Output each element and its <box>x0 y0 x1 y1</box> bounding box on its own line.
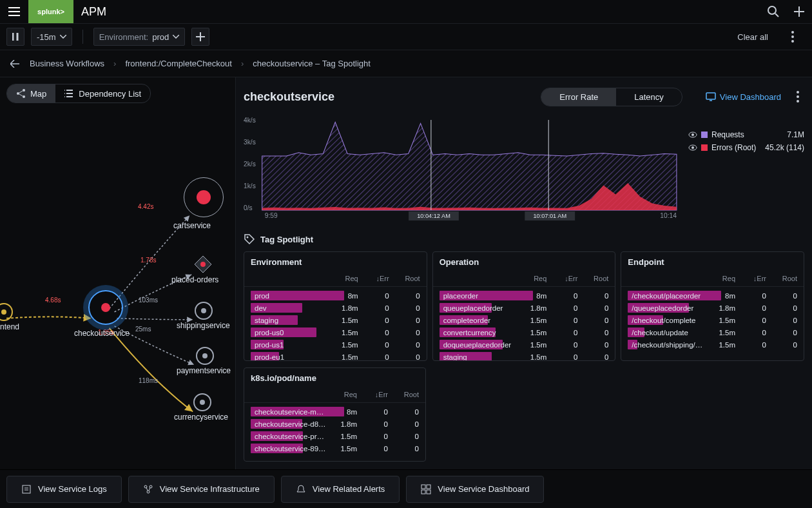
time-range-picker[interactable]: -15m <box>31 28 72 46</box>
svg-point-2 <box>791 35 794 38</box>
node-frontend[interactable]: frontend <box>0 303 13 321</box>
card-environment: Environment Req↓ErrRoot prod 8m 0 0 dev … <box>244 251 427 361</box>
tag-icon <box>244 233 255 245</box>
latency-tab[interactable]: Latency <box>616 88 682 106</box>
edge-latency: 1.78s <box>140 257 156 264</box>
chevron-down-icon <box>60 35 66 39</box>
toolbar-menu-button[interactable] <box>780 25 806 48</box>
view-toggle: Map Dependency List <box>6 84 151 103</box>
svg-rect-41 <box>421 485 425 489</box>
table-row[interactable]: prod-eu1 1.5m 0 0 <box>251 351 420 360</box>
table-row[interactable]: convertcurrency 1.5m 0 0 <box>440 326 609 338</box>
eye-icon <box>688 130 697 139</box>
time-range-value: -15m <box>37 32 56 42</box>
error-rate-tab[interactable]: Error Rate <box>541 88 616 106</box>
view-service-logs-button[interactable]: View Service Logs <box>6 476 122 503</box>
dep-list-label: Dependency List <box>79 89 141 99</box>
card-title: Environment <box>244 252 427 272</box>
view-dashboard-button[interactable]: View Dashboard <box>706 92 781 102</box>
node-currencyservice[interactable]: currencyservice <box>193 393 211 411</box>
map-tab[interactable]: Map <box>7 84 55 103</box>
infra-icon <box>143 484 153 494</box>
table-row[interactable]: dev 1.8m 0 0 <box>251 302 420 314</box>
svg-text:0/s: 0/s <box>244 204 253 211</box>
splunk-logo[interactable]: splunk> <box>28 0 73 23</box>
table-row[interactable]: checkoutservice-d847fd... 1.8m 0 0 <box>251 418 419 430</box>
view-service-dashboard-button[interactable]: View Service Dashboard <box>406 476 544 503</box>
svg-text:3k/s: 3k/s <box>244 139 256 146</box>
table-row[interactable]: completeorder 1.5m 0 0 <box>440 314 609 326</box>
eye-icon <box>688 143 697 152</box>
dependency-list-tab[interactable]: Dependency List <box>55 84 150 103</box>
node-cartservice[interactable]: cartservice <box>184 177 224 217</box>
pause-button[interactable] <box>6 28 24 46</box>
table-row[interactable]: checkoutservice-prtuc2... 1.5m 0 0 <box>251 430 419 442</box>
logs-icon <box>21 484 32 494</box>
toolbar: -15m Environment: prod Clear all <box>0 23 812 50</box>
table-row[interactable]: checkoutservice-89ejss... 1.5m 0 0 <box>251 442 419 454</box>
table-row[interactable]: /checkout/shipping/estimate 1.5m 0 0 <box>628 338 797 351</box>
legend-swatch <box>701 132 708 138</box>
table-row[interactable]: prod-us0 1.5m 0 0 <box>251 326 420 338</box>
table-row[interactable]: /queueplacedorder 1.8m 0 0 <box>628 302 797 314</box>
panel-menu-button[interactable] <box>791 85 804 108</box>
app-title: APM <box>81 5 106 19</box>
svg-text:4k/s: 4k/s <box>244 117 256 124</box>
table-row[interactable]: checkoutservice-mr23jl... 8m 0 0 <box>251 405 419 418</box>
svg-rect-42 <box>427 485 430 489</box>
environment-picker[interactable]: Environment: prod <box>93 28 186 46</box>
node-shippingservice[interactable]: shippingservice <box>195 302 213 320</box>
table-row[interactable]: doqueueplacedorder 1.5m 0 0 <box>440 338 609 351</box>
table-row[interactable]: staging 1.5m 0 0 <box>440 351 609 360</box>
node-checkoutservice[interactable]: checkoutservice <box>88 290 123 325</box>
svg-point-4 <box>17 92 19 95</box>
service-map[interactable]: 4.42s 1.78s 4.68s 103ms 1.85s 25ms 118ms… <box>6 110 229 463</box>
table-row[interactable]: prod 8m 0 0 <box>251 289 420 302</box>
edge-latency: 4.42s <box>138 203 153 210</box>
breadcrumb-item-1[interactable]: frontend:/CompleteCheckout <box>125 59 231 68</box>
chevron-right-icon: › <box>113 59 116 68</box>
plus-icon <box>793 6 805 17</box>
table-row[interactable]: placeorder 8m 0 0 <box>440 289 609 302</box>
view-service-infra-button[interactable]: View Service Infrastructure <box>128 476 275 503</box>
breadcrumb-item-0[interactable]: Business Workflows <box>30 59 104 68</box>
node-placed-orders[interactable]: placed-orders <box>193 255 213 276</box>
svg-point-6 <box>23 95 25 98</box>
clear-all-button[interactable]: Clear all <box>737 32 768 42</box>
svg-point-7 <box>64 90 65 91</box>
env-label: Environment: <box>99 32 149 42</box>
footer: View Service Logs View Service Infrastru… <box>0 469 812 508</box>
legend-requests[interactable]: Requests 7.1M <box>688 130 804 139</box>
table-row[interactable]: queueplacedorder 1.8m 0 0 <box>440 302 609 314</box>
table-row[interactable]: prod-us1 1.5m 0 0 <box>251 338 420 351</box>
env-value: prod <box>152 32 169 42</box>
view-related-alerts-button[interactable]: View Related Alerts <box>281 476 400 503</box>
table-row[interactable]: staging 1.5m 0 0 <box>251 314 420 326</box>
add-filter-button[interactable] <box>191 28 209 46</box>
legend-errors[interactable]: Errors (Root) 45.2k (114) <box>688 143 804 152</box>
table-row[interactable]: /checkout/placeorder 8m 0 0 <box>628 289 797 302</box>
detail-panel: checkoutservice Error Rate Latency View … <box>236 77 812 469</box>
footer-label: View Related Alerts <box>313 484 385 494</box>
kebab-icon <box>797 91 799 103</box>
pause-icon <box>12 33 19 41</box>
table-row[interactable]: /checkout/complete 1.5m 0 0 <box>628 314 797 326</box>
error-rate-chart[interactable]: 4k/s 3k/s 2k/s 1k/s 0/s <box>244 115 679 224</box>
table-row[interactable]: /checkout/update 1.5m 0 0 <box>628 326 797 338</box>
svg-point-13 <box>797 91 799 93</box>
service-title: checkoutservice <box>244 90 334 104</box>
search-button[interactable] <box>760 0 786 23</box>
back-icon[interactable] <box>10 60 21 68</box>
add-button[interactable] <box>786 0 812 23</box>
hamburger-menu[interactable] <box>0 0 28 23</box>
monitor-icon <box>706 92 716 101</box>
svg-text:10:07:01 AM: 10:07:01 AM <box>533 213 566 219</box>
svg-text:10:04:12 AM: 10:04:12 AM <box>417 213 450 219</box>
breadcrumb-item-2[interactable]: checkoutservice – Tag Spotlight <box>253 59 371 68</box>
node-paymentservice[interactable]: paymentservice <box>196 347 214 365</box>
tag-spotlight-label: Tag Spotlight <box>260 235 313 244</box>
card-podname: k8s.io/pod/name Req↓ErrRoot checkoutserv… <box>244 367 426 462</box>
service-header: checkoutservice Error Rate Latency View … <box>244 85 804 108</box>
view-dashboard-label: View Dashboard <box>720 92 781 102</box>
metric-toggle: Error Rate Latency <box>541 88 682 106</box>
